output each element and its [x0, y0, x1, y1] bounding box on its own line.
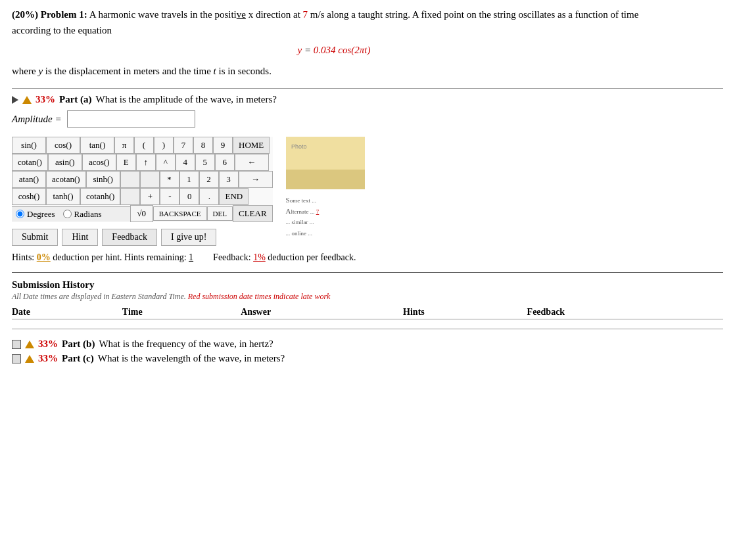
btn-pi[interactable]: π [114, 137, 134, 154]
feedback-section: Feedback: 1% deduction per feedback. [213, 252, 356, 263]
divider-1 [12, 88, 723, 89]
hints-feedback-row: Hints: 0% deduction per hint. Hints rema… [12, 252, 723, 263]
side-line-4: ... online ... [286, 227, 320, 239]
svg-text:Photo: Photo [291, 143, 307, 150]
btn-empty2 [140, 171, 160, 188]
feedback-button[interactable]: Feedback [102, 229, 157, 246]
divider-2 [12, 272, 723, 273]
warning-icon-c [25, 355, 34, 363]
amplitude-input[interactable] [67, 110, 195, 128]
checkbox-b [12, 340, 21, 349]
btn-acotan[interactable]: acotan() [46, 171, 86, 188]
col-hints: Hints [403, 306, 527, 319]
btn-5[interactable]: 5 [195, 154, 215, 171]
calc-row-2: cotan() asin() acos() E ↑ ^ 4 5 6 ← [12, 154, 273, 171]
submission-history: Submission History All Date times are di… [12, 279, 723, 319]
submission-subtitle-text: All Date times are displayed in Eastern … [12, 292, 330, 301]
btn-minus[interactable]: - [160, 188, 179, 205]
deg-rad-selector: Degrees Radians [12, 206, 130, 222]
side-image: Photo [286, 137, 365, 189]
btn-empty3 [120, 188, 140, 205]
btn-8[interactable]: 8 [193, 137, 213, 154]
btn-backspace[interactable]: BACKSPACE [153, 206, 207, 221]
give-up-button[interactable]: I give up! [161, 229, 216, 246]
warning-icon [22, 96, 32, 104]
btn-open-paren[interactable]: ( [134, 137, 154, 154]
btn-2[interactable]: 2 [199, 171, 219, 188]
btn-tan[interactable]: tan() [80, 137, 114, 154]
calc-buttons: sin() cos() tan() π ( ) 7 8 9 HOME cotan… [12, 137, 273, 222]
btn-cotan[interactable]: cotan() [12, 154, 48, 171]
btn-4[interactable]: 4 [176, 154, 195, 171]
table-header-row: Date Time Answer Hints Feedback [12, 306, 723, 319]
amplitude-label: Amplitude = [12, 114, 62, 125]
btn-0[interactable]: 0 [179, 188, 199, 205]
btn-left-arrow[interactable]: ← [235, 154, 269, 171]
btn-asin[interactable]: asin() [48, 154, 82, 171]
svg-rect-1 [286, 170, 365, 189]
btn-right-arrow[interactable]: → [239, 171, 273, 188]
submission-history-title: Submission History [12, 279, 723, 291]
side-image-svg: Photo [286, 137, 365, 189]
side-line-2: Alternate ... 7 [286, 206, 320, 217]
divider-3 [12, 329, 723, 329]
checkbox-c [12, 354, 21, 363]
submission-table: Date Time Answer Hints Feedback [12, 306, 723, 319]
side-line-1: Some text ... [286, 195, 320, 206]
part-c-item: 33% Part (c) What is the wavelength of t… [12, 353, 723, 364]
btn-up2[interactable]: ^ [156, 154, 176, 171]
radians-radio[interactable] [63, 210, 72, 218]
btn-close-paren[interactable]: ) [154, 137, 174, 154]
btn-plus[interactable]: + [140, 188, 160, 205]
btn-atan[interactable]: atan() [12, 171, 46, 188]
amplitude-row: Amplitude = [12, 110, 723, 128]
action-buttons: Submit Hint Feedback I give up! [12, 229, 273, 246]
btn-7[interactable]: 7 [174, 137, 193, 154]
submission-subtitle: All Date times are displayed in Eastern … [12, 292, 723, 302]
side-text: Some text ... Alternate ... 7 ... simila… [286, 195, 320, 238]
btn-multiply[interactable]: * [160, 171, 179, 188]
calc-row-4: cosh() tanh() cotanh() + - 0 . END [12, 188, 273, 205]
where-clause: where y is the displacement in meters an… [12, 63, 656, 79]
part-a-header: 33% Part (a) What is the amplitude of th… [12, 94, 723, 105]
play-icon [12, 96, 18, 104]
btn-sin[interactable]: sin() [12, 137, 46, 154]
btn-tanh[interactable]: tanh() [46, 188, 80, 205]
calc-row-5: Degrees Radians √0 BACKSPACE DEL CLEAR [12, 205, 273, 222]
btn-1[interactable]: 1 [179, 171, 199, 188]
btn-up1[interactable]: ↑ [136, 154, 156, 171]
btn-cos[interactable]: cos() [46, 137, 80, 154]
btn-home[interactable]: HOME [233, 137, 270, 154]
warning-icon-b [25, 340, 34, 348]
btn-cosh[interactable]: cosh() [12, 188, 46, 205]
btn-dot[interactable]: . [199, 188, 219, 205]
btn-acos[interactable]: acos() [82, 154, 116, 171]
btn-end[interactable]: END [219, 188, 249, 205]
btn-sinh[interactable]: sinh() [86, 171, 120, 188]
col-date: Date [12, 306, 122, 319]
btn-3[interactable]: 3 [219, 171, 239, 188]
btn-del[interactable]: DEL [207, 206, 233, 221]
part-b-c-section: 33% Part (b) What is the frequency of th… [12, 338, 723, 364]
col-feedback: Feedback [527, 306, 723, 319]
btn-6[interactable]: 6 [215, 154, 235, 171]
btn-cotanh[interactable]: cotanh() [80, 188, 120, 205]
hint-button[interactable]: Hint [62, 229, 98, 246]
btn-clear[interactable]: CLEAR [233, 205, 273, 222]
side-panel: Photo Some text ... Alternate ... 7 ... … [286, 137, 365, 238]
problem-description: A harmonic wave travels in the positive … [12, 9, 638, 35]
calculator-section: sin() cos() tan() π ( ) 7 8 9 HOME cotan… [12, 137, 723, 246]
col-time: Time [122, 306, 241, 319]
hints-section: Hints: 0% deduction per hint. Hints rema… [12, 252, 193, 263]
btn-sqrt[interactable]: √0 [130, 205, 153, 222]
calc-row-3: atan() acotan() sinh() * 1 2 3 → [12, 171, 273, 188]
problem-container: (20%) Problem 1: A harmonic wave travels… [12, 7, 656, 79]
btn-empty1 [120, 171, 140, 188]
degrees-radio[interactable] [16, 210, 24, 218]
degrees-label: Degrees [27, 209, 55, 220]
btn-E[interactable]: E [116, 154, 136, 171]
equation-display: y = 0.034 cos(2πt) [12, 42, 656, 58]
calc-row-1: sin() cos() tan() π ( ) 7 8 9 HOME [12, 137, 273, 154]
submit-button[interactable]: Submit [12, 229, 58, 246]
btn-9[interactable]: 9 [213, 137, 233, 154]
